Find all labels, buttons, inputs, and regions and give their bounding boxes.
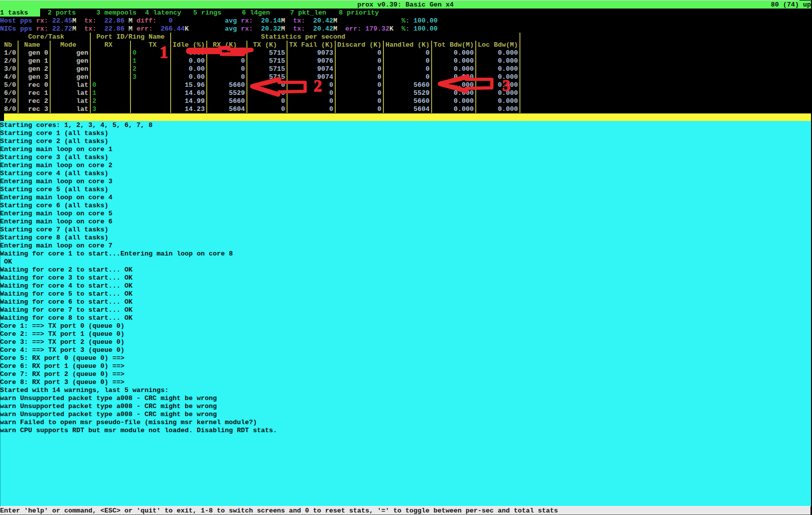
svg-text:3: 3 xyxy=(502,76,510,94)
svg-text:2: 2 xyxy=(314,77,322,95)
svg-text:1: 1 xyxy=(160,43,168,61)
